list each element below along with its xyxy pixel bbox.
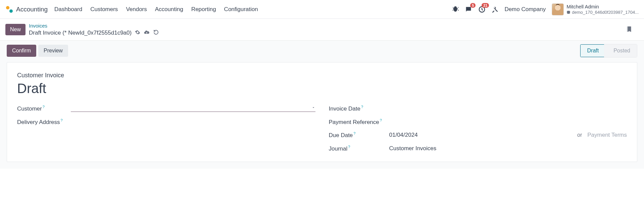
- label-customer: Customer?: [17, 105, 71, 112]
- svg-point-1: [9, 9, 13, 13]
- doc-type: Customer Invoice: [17, 72, 627, 79]
- db-line: demo_170_646d0f203987_1704...: [566, 10, 639, 15]
- help-icon[interactable]: ?: [61, 118, 63, 122]
- breadcrumb: Invoices Draft Invoice (* NewId_0x7f2555…: [29, 23, 159, 36]
- nav-customers[interactable]: Customers: [90, 6, 118, 13]
- bookmark-icon[interactable]: [625, 25, 632, 34]
- brand-block[interactable]: Accounting: [5, 5, 48, 13]
- payment-terms-field[interactable]: Payment Terms: [587, 132, 627, 138]
- app-logo-icon: [5, 5, 13, 13]
- help-icon[interactable]: ?: [43, 105, 45, 109]
- chevron-down-icon[interactable]: [311, 105, 315, 111]
- breadcrumb-parent[interactable]: Invoices: [29, 23, 159, 29]
- form-right-col: Invoice Date? Payment Reference? Due Dat…: [329, 105, 627, 152]
- svg-point-4: [454, 8, 457, 12]
- status-bar: Draft Posted: [580, 44, 637, 57]
- row-due-date: Due Date? 01/04/2024 or Payment Terms: [329, 131, 627, 139]
- database-icon: [566, 10, 571, 14]
- sub-header: New Invoices Draft Invoice (* NewId_0x7f…: [0, 19, 644, 40]
- new-button[interactable]: New: [5, 24, 26, 35]
- label-due-date: Due Date?: [329, 131, 389, 139]
- db-name: demo_170_646d0f203987_1704...: [572, 10, 639, 15]
- help-icon[interactable]: ?: [348, 145, 350, 149]
- form-grid: Customer? Delivery Address?: [17, 105, 627, 152]
- company-selector[interactable]: Demo Company: [504, 6, 546, 13]
- nav-menu: Dashboard Customers Vendors Accounting R…: [54, 6, 258, 13]
- label-journal: Journal?: [329, 145, 389, 152]
- top-navbar: Accounting Dashboard Customers Vendors A…: [0, 0, 644, 19]
- label-delivery-address: Delivery Address?: [17, 118, 71, 126]
- row-payment-reference: Payment Reference?: [329, 118, 627, 126]
- form-left-col: Customer? Delivery Address?: [17, 105, 315, 152]
- tools-icon[interactable]: [492, 6, 498, 13]
- doc-title: Draft: [17, 81, 627, 96]
- breadcrumb-current: Draft Invoice (* NewId_0x7f2555d1c9a0): [29, 30, 132, 36]
- activities-badge: 21: [482, 3, 489, 8]
- debug-icon[interactable]: [452, 6, 459, 13]
- svg-point-5: [455, 6, 456, 8]
- row-journal: Journal? Customer Invoices: [329, 145, 627, 152]
- due-date-or: or: [577, 132, 582, 138]
- activities-icon[interactable]: 21: [478, 6, 486, 13]
- discard-icon[interactable]: [153, 29, 159, 36]
- due-date-value[interactable]: 01/04/2024: [389, 132, 418, 138]
- status-posted[interactable]: Posted: [604, 44, 637, 57]
- help-icon[interactable]: ?: [361, 105, 363, 109]
- confirm-button[interactable]: Confirm: [7, 45, 36, 57]
- customer-input[interactable]: [71, 105, 311, 111]
- nav-vendors[interactable]: Vendors: [126, 6, 147, 13]
- nav-accounting[interactable]: Accounting: [155, 6, 183, 13]
- form-sheet: Customer Invoice Draft Customer?: [7, 62, 637, 162]
- action-bar: Confirm Preview Draft Posted: [0, 40, 644, 62]
- label-invoice-date: Invoice Date?: [329, 105, 383, 112]
- nav-reporting[interactable]: Reporting: [191, 6, 216, 13]
- customer-field[interactable]: [71, 105, 315, 112]
- journal-value[interactable]: Customer Invoices: [389, 145, 437, 152]
- messages-badge: 5: [470, 3, 476, 8]
- gear-icon[interactable]: [135, 30, 140, 36]
- content-wrap: Customer Invoice Draft Customer?: [0, 62, 644, 169]
- row-customer: Customer?: [17, 105, 315, 112]
- row-invoice-date: Invoice Date?: [329, 105, 627, 112]
- messages-icon[interactable]: 5: [465, 6, 472, 13]
- nav-dashboard[interactable]: Dashboard: [54, 6, 82, 13]
- help-icon[interactable]: ?: [353, 131, 355, 135]
- user-menu[interactable]: Mitchell Admin demo_170_646d0f203987_170…: [552, 3, 639, 15]
- cloud-upload-icon[interactable]: [144, 29, 150, 36]
- avatar: [552, 3, 564, 15]
- help-icon[interactable]: ?: [380, 118, 382, 122]
- row-delivery-address: Delivery Address?: [17, 118, 315, 126]
- nav-right: 5 21 Demo Company Mitchell Admin demo_17…: [452, 3, 639, 15]
- svg-point-0: [6, 6, 9, 9]
- user-name: Mitchell Admin: [566, 4, 639, 10]
- label-payment-reference: Payment Reference?: [329, 118, 389, 126]
- preview-button[interactable]: Preview: [38, 45, 68, 57]
- user-text: Mitchell Admin demo_170_646d0f203987_170…: [566, 4, 639, 15]
- brand-name: Accounting: [16, 6, 48, 13]
- nav-configuration[interactable]: Configuration: [224, 6, 258, 13]
